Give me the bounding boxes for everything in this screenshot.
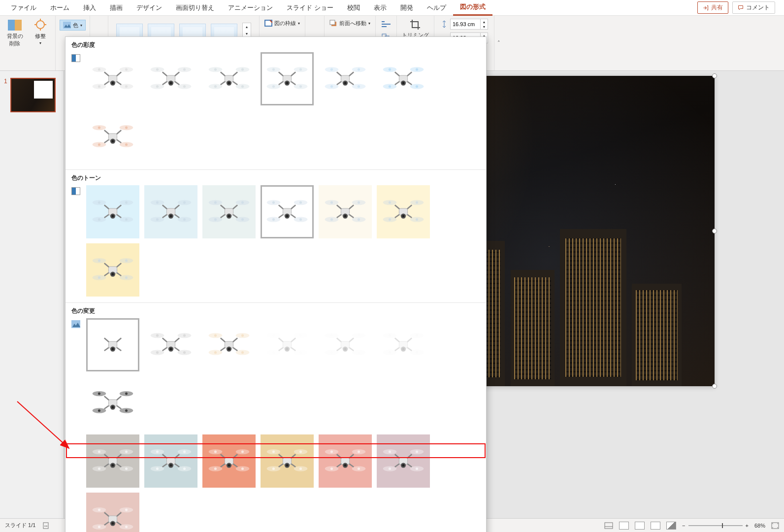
svg-point-87 [344, 82, 346, 84]
svg-point-72 [286, 82, 288, 84]
slide-thumbnail[interactable] [10, 78, 56, 112]
tab-view[interactable]: 表示 [367, 0, 393, 15]
color-preset-item[interactable] [86, 493, 139, 532]
svg-rect-553 [605, 523, 613, 529]
slideshow-view-button[interactable] [666, 522, 676, 530]
zoom-in-button[interactable]: + [746, 523, 749, 529]
svg-point-374 [228, 464, 230, 466]
accessibility-icon[interactable] [42, 522, 50, 529]
color-dropdown-button[interactable]: 色 ▾ [60, 20, 86, 31]
color-preset-item[interactable] [319, 185, 372, 238]
svg-point-286 [299, 334, 302, 337]
tab-animations[interactable]: アニメーション [221, 0, 280, 15]
color-preset-item[interactable] [319, 52, 372, 105]
align-button[interactable] [380, 19, 392, 30]
color-preset-item[interactable] [377, 318, 430, 371]
svg-point-404 [344, 464, 346, 466]
color-preset-item[interactable] [86, 52, 139, 105]
color-preset-item[interactable] [86, 376, 139, 430]
color-preset-item[interactable] [377, 52, 430, 105]
zoom-out-button[interactable]: − [682, 523, 685, 529]
thumbnail-pane[interactable]: 1 [0, 71, 64, 518]
color-preset-item[interactable] [86, 434, 139, 488]
svg-point-196 [358, 218, 360, 221]
spin-up[interactable]: ▲ [481, 19, 488, 24]
color-preset-item[interactable] [144, 52, 197, 105]
color-preset-item[interactable] [202, 434, 256, 488]
color-preset-item[interactable] [261, 52, 314, 105]
tab-home[interactable]: ホーム [43, 0, 76, 15]
svg-rect-0 [8, 20, 15, 31]
picture-border-button[interactable]: 図の枠線 ▾ [262, 18, 302, 29]
svg-point-347 [98, 467, 100, 470]
spin-down[interactable]: ▼ [481, 24, 488, 29]
slide-thumb-1[interactable]: 1 [0, 78, 64, 112]
svg-point-165 [214, 218, 217, 221]
tab-file[interactable]: ファイル [4, 0, 43, 15]
border-label: 図の枠線 [274, 20, 296, 27]
ribbon-collapse[interactable]: ˄ [494, 16, 503, 70]
notes-button[interactable] [604, 522, 613, 529]
svg-point-166 [241, 218, 244, 221]
color-preset-item[interactable] [86, 243, 139, 297]
tab-slideshow[interactable]: スライド ショー [280, 0, 340, 15]
bring-forward-button[interactable]: 前面へ移動 ▾ [327, 18, 372, 29]
tab-developer[interactable]: 開発 [393, 0, 420, 15]
color-preset-item[interactable] [377, 434, 430, 488]
svg-point-257 [156, 351, 159, 354]
picture-color-icon [63, 22, 71, 29]
tab-picture-format[interactable]: 図の形式 [453, 0, 492, 16]
remove-bg-label: 背景の 削除 [7, 33, 23, 47]
color-preset-item[interactable] [86, 185, 139, 238]
svg-point-207 [402, 215, 404, 217]
tab-draw[interactable]: 描画 [103, 0, 130, 15]
height-input[interactable] [451, 21, 480, 27]
fit-to-window-button[interactable] [771, 522, 779, 529]
height-spinner[interactable]: ▲▼ [450, 19, 488, 30]
zoom-thumb[interactable] [722, 523, 723, 528]
color-preset-item[interactable] [144, 434, 197, 488]
color-preset-item[interactable] [202, 52, 256, 105]
tab-transitions[interactable]: 画面切り替え [169, 0, 221, 15]
resize-handle-r[interactable] [712, 229, 717, 233]
normal-view-button[interactable] [619, 522, 629, 530]
border-icon [264, 20, 272, 27]
color-preset-item[interactable] [261, 318, 314, 371]
svg-point-315 [389, 334, 391, 337]
svg-point-103 [389, 68, 391, 71]
color-preset-item[interactable] [144, 185, 197, 238]
color-preset-item[interactable] [319, 434, 372, 488]
resize-handle-tr[interactable] [712, 73, 717, 78]
svg-point-393 [299, 467, 302, 470]
corrections-button[interactable]: 修整 ▾ [29, 18, 52, 48]
svg-point-149 [183, 201, 186, 204]
share-button[interactable]: 共有 [697, 1, 728, 14]
color-preset-item[interactable] [261, 434, 314, 488]
tab-insert[interactable]: 挿入 [76, 0, 103, 15]
remove-background-button[interactable]: 背景の 削除 [3, 18, 27, 48]
color-preset-item[interactable] [377, 185, 430, 238]
height-icon [440, 20, 448, 28]
color-preset-item[interactable] [319, 318, 372, 371]
tab-help[interactable]: ヘルプ [420, 0, 453, 15]
sorter-view-button[interactable] [635, 522, 645, 530]
zoom-slider[interactable]: − + [682, 523, 749, 529]
svg-point-376 [241, 451, 244, 453]
reading-view-button[interactable] [651, 522, 660, 530]
resize-handle-br[interactable] [712, 384, 717, 389]
color-preset-item[interactable] [261, 185, 314, 238]
color-preset-item[interactable] [86, 318, 139, 371]
tab-design[interactable]: デザイン [130, 0, 169, 15]
svg-point-254 [169, 348, 172, 350]
color-preset-item[interactable] [144, 318, 197, 371]
color-preset-item[interactable] [202, 185, 256, 238]
svg-point-346 [125, 451, 128, 453]
svg-point-151 [183, 218, 186, 221]
svg-point-314 [402, 348, 404, 350]
comment-button[interactable]: コメント [732, 1, 775, 14]
tab-review[interactable]: 校閲 [340, 0, 367, 15]
svg-point-222 [111, 273, 114, 275]
color-preset-item[interactable] [202, 318, 256, 371]
color-preset-item[interactable] [86, 110, 139, 164]
svg-point-269 [228, 348, 230, 350]
